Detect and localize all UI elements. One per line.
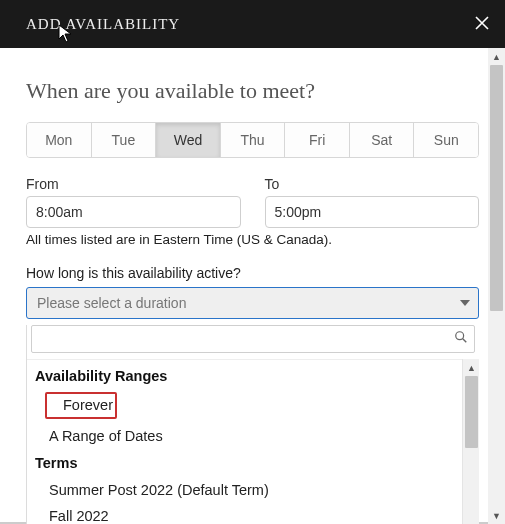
day-mon[interactable]: Mon xyxy=(27,123,92,157)
modal-header: ADD AVAILABILITY xyxy=(0,0,505,48)
to-label: To xyxy=(265,176,480,192)
day-wed[interactable]: Wed xyxy=(156,123,221,157)
duration-select[interactable]: Please select a duration xyxy=(26,287,479,319)
day-sun[interactable]: Sun xyxy=(414,123,478,157)
search-icon[interactable] xyxy=(454,330,468,348)
group-terms: Terms xyxy=(31,449,473,477)
day-fri[interactable]: Fri xyxy=(285,123,350,157)
duration-placeholder: Please select a duration xyxy=(37,295,186,311)
group-availability-ranges: Availability Ranges xyxy=(31,362,473,390)
option-summer-post-2022[interactable]: Summer Post 2022 (Default Term) xyxy=(31,477,473,503)
chevron-down-icon xyxy=(460,300,470,306)
timezone-note: All times listed are in Eastern Time (US… xyxy=(26,232,479,247)
day-tue[interactable]: Tue xyxy=(92,123,157,157)
from-label: From xyxy=(26,176,241,192)
from-time-input[interactable] xyxy=(26,196,241,228)
duration-dropdown: Availability Ranges Forever A Range of D… xyxy=(26,325,479,524)
option-fall-2022[interactable]: Fall 2022 xyxy=(31,503,473,524)
page-scroll-up-icon[interactable]: ▲ xyxy=(488,48,505,65)
dropdown-options: Availability Ranges Forever A Range of D… xyxy=(27,359,479,524)
availability-prompt: When are you available to meet? xyxy=(26,78,479,104)
close-icon[interactable] xyxy=(475,14,489,35)
page-scrollbar[interactable]: ▲ ▼ xyxy=(488,48,505,524)
day-thu[interactable]: Thu xyxy=(221,123,286,157)
dropdown-search-row xyxy=(31,325,475,353)
svg-line-1 xyxy=(463,339,467,343)
dropdown-search-input[interactable] xyxy=(38,327,454,351)
duration-label: How long is this availability active? xyxy=(26,265,479,281)
scroll-thumb[interactable] xyxy=(465,376,478,448)
option-forever[interactable]: Forever xyxy=(45,392,117,419)
modal-title: ADD AVAILABILITY xyxy=(26,16,180,33)
modal-body: When are you available to meet? Mon Tue … xyxy=(0,48,505,524)
to-time-input[interactable] xyxy=(265,196,480,228)
page-scroll-thumb[interactable] xyxy=(490,65,503,311)
dropdown-scrollbar[interactable]: ▲ ▼ xyxy=(462,359,479,524)
option-range-of-dates[interactable]: A Range of Dates xyxy=(31,423,473,449)
page-scroll-down-icon[interactable]: ▼ xyxy=(488,507,505,524)
day-sat[interactable]: Sat xyxy=(350,123,415,157)
day-picker: Mon Tue Wed Thu Fri Sat Sun xyxy=(26,122,479,158)
svg-point-0 xyxy=(456,332,464,340)
scroll-up-icon[interactable]: ▲ xyxy=(463,359,480,376)
